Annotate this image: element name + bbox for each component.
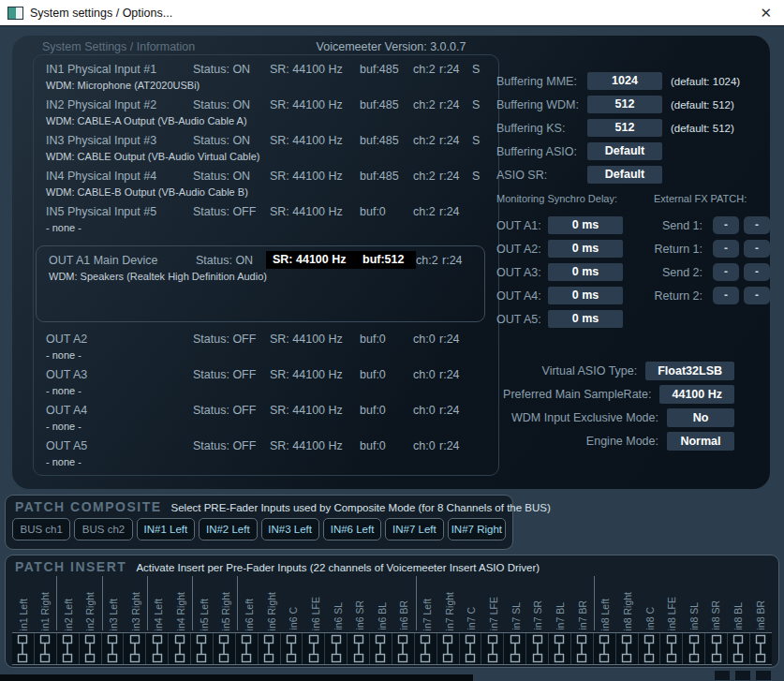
insert-toggle[interactable] [57, 633, 80, 664]
insert-toggle[interactable] [549, 633, 571, 664]
device-subtitle: WDM: CABLE-B Output (VB-Audio Cable B) [34, 185, 498, 200]
insert-toggle[interactable] [236, 633, 259, 664]
delay-value-button[interactable]: 0 ms [548, 263, 623, 281]
insert-toggle[interactable] [705, 633, 728, 664]
composite-button-in-7-right[interactable]: IN#7 Right [448, 518, 506, 540]
insert-channel-column: in5 Right [215, 576, 238, 630]
insert-channel-label: in6 Right [267, 592, 277, 630]
insert-channel-label: in1 Right [40, 592, 51, 630]
insert-toggle[interactable] [146, 633, 169, 664]
composite-button-bus-ch2[interactable]: BUS ch2 [74, 518, 132, 540]
fx-row: Send 2:-- [644, 260, 776, 284]
insert-toggle[interactable] [639, 633, 661, 664]
fx-patch-button[interactable]: - [744, 216, 770, 234]
option-label: WDM Input Exclusive Mode: [511, 411, 658, 424]
fx-patch-button[interactable]: - [713, 240, 739, 258]
insert-toggle[interactable] [616, 633, 639, 664]
insert-toggle[interactable] [437, 633, 460, 664]
fx-patch-button[interactable]: - [744, 287, 770, 304]
insert-channel-column: in1 Right [35, 576, 57, 630]
insert-toggle[interactable] [370, 633, 392, 664]
delay-label: OUT A5: [496, 313, 548, 326]
insert-toggle[interactable] [259, 633, 281, 664]
insert-toggle[interactable] [303, 633, 325, 664]
delay-value-button[interactable]: 0 ms [548, 287, 623, 304]
composite-button-bus-ch1[interactable]: BUS ch1 [12, 518, 70, 540]
option-value-button[interactable]: Normal [667, 432, 734, 451]
device-status: Status: OFF [193, 333, 270, 346]
insert-toggle[interactable] [325, 633, 348, 664]
insert-toggle[interactable] [214, 633, 236, 664]
insert-toggle[interactable] [571, 633, 594, 664]
insert-toggle[interactable] [80, 633, 102, 664]
buffering-value-button[interactable]: 512 [587, 96, 662, 113]
insert-channel-column: in7 Left [416, 576, 439, 630]
device-resolution: r:24 [439, 333, 472, 346]
insert-channel-label: in8 C [645, 607, 656, 630]
insert-channel-label: in7 Left [422, 599, 433, 630]
delay-value-button[interactable]: 0 ms [548, 310, 623, 328]
composite-button-in-7-left[interactable]: IN#7 Left [385, 518, 443, 540]
buffering-value-button[interactable]: 1024 [587, 72, 662, 90]
fx-patch-button[interactable]: - [713, 216, 739, 234]
insert-toggle[interactable] [750, 633, 772, 664]
composite-button-in-3-left[interactable]: IN#3 Left [261, 518, 319, 540]
insert-toggle[interactable] [594, 633, 616, 664]
insert-channel-column: in8 Right [616, 576, 639, 630]
device-samplerate: SR: 44100 Hz [270, 439, 360, 452]
device-name: OUT A5 [46, 439, 193, 452]
insert-channel-label: in8 SR [711, 600, 721, 630]
insert-toggle[interactable] [481, 633, 504, 664]
insert-toggle[interactable] [683, 633, 705, 664]
insert-channel-column: in8 BR [749, 576, 772, 630]
insert-toggle[interactable] [460, 633, 482, 664]
composite-button-in-2-left[interactable]: IN#2 Left [199, 518, 257, 540]
device-buffer: buf:0 [360, 368, 413, 381]
fx-row: Return 1:-- [644, 237, 776, 260]
insert-channel-column: in7 C [461, 576, 483, 630]
fx-patch-button[interactable]: - [744, 263, 770, 281]
device-row: OUT A1 Main DeviceStatus: ONSR: 44100 Hz… [37, 251, 484, 287]
insert-toggle[interactable] [281, 633, 303, 664]
monitoring-delay-section: Monitoring Synchro Delay: OUT A1:0 msOUT… [496, 193, 637, 331]
device-subtitle: WDM: CABLE Output (VB-Audio Virtual Cabl… [34, 149, 498, 165]
insert-channel-label: in5 Right [221, 592, 231, 630]
insert-toggle[interactable] [728, 633, 750, 664]
device-row: OUT A5Status: OFFSR: 44100 Hzbuf:0ch:0r:… [34, 437, 498, 472]
fx-patch-button[interactable]: - [713, 287, 739, 304]
device-name: IN2 Physical Input #2 [46, 98, 193, 111]
composite-button-in-1-left[interactable]: IN#1 Left [137, 518, 195, 540]
buffering-value-button[interactable]: Default [587, 142, 662, 160]
buffering-value-button[interactable]: Default [587, 166, 662, 184]
insert-toggle[interactable] [504, 633, 526, 664]
close-icon[interactable]: ✕ [760, 4, 772, 22]
insert-toggle[interactable] [415, 633, 437, 664]
device-channels: ch:0 [413, 439, 439, 452]
insert-toggle[interactable] [169, 633, 191, 664]
insert-toggle[interactable] [35, 633, 57, 664]
insert-channel-label: in7 LFE [489, 597, 499, 630]
device-samplerate: SR: 44100 Hz [270, 368, 360, 381]
delay-value-button[interactable]: 0 ms [548, 216, 623, 234]
composite-button-in-6-left[interactable]: IN#6 Left [323, 518, 381, 540]
insert-channel-label: in8 BL [733, 602, 744, 630]
fx-patch-button[interactable]: - [713, 263, 739, 281]
insert-toggle[interactable] [660, 633, 683, 664]
insert-toggle[interactable] [392, 633, 415, 664]
insert-toggle[interactable] [102, 633, 125, 664]
insert-channel-label: in4 Left [154, 599, 164, 630]
option-value-button[interactable]: 44100 Hz [659, 385, 734, 404]
insert-channel-label: in8 Right [623, 592, 633, 630]
buffering-value-button[interactable]: 512 [587, 119, 662, 137]
delay-value-button[interactable]: 0 ms [548, 240, 623, 258]
insert-channel-column: in7 Right [438, 576, 461, 630]
option-value-button[interactable]: Float32LSB [645, 362, 734, 380]
device-name: OUT A3 [46, 368, 193, 381]
insert-toggle[interactable] [526, 633, 549, 664]
insert-toggle[interactable] [348, 633, 370, 664]
insert-toggle[interactable] [191, 633, 214, 664]
option-value-button[interactable]: No [667, 408, 734, 427]
insert-toggle[interactable] [12, 633, 35, 664]
fx-patch-button[interactable]: - [744, 240, 770, 258]
insert-toggle[interactable] [124, 633, 146, 664]
